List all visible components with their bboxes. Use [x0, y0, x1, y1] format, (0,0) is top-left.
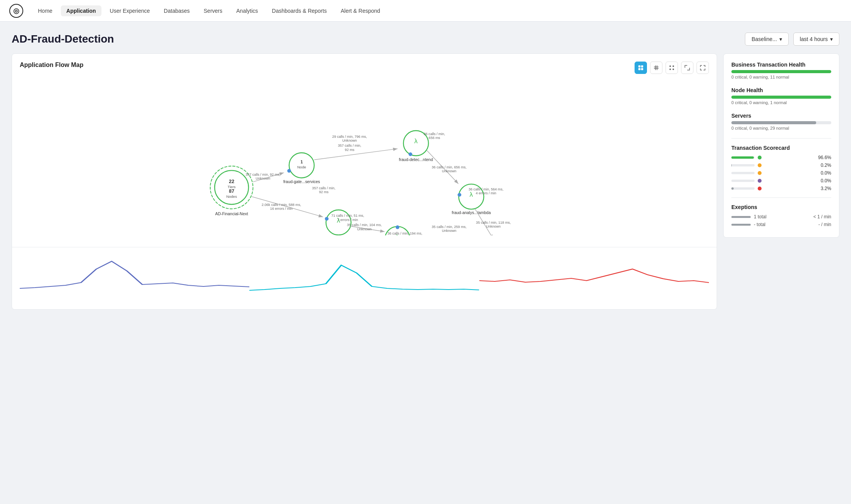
nav-alert[interactable]: Alert & Respond: [335, 5, 386, 16]
scorecard-dot-4: [758, 179, 762, 183]
chart-section: [12, 247, 717, 309]
flow-ctrl-expand[interactable]: [681, 62, 693, 74]
nav-application[interactable]: Application: [61, 5, 101, 16]
svg-text:36 calls / min,: 36 calls / min,: [424, 132, 445, 136]
node-health-bar-fill: [731, 96, 831, 99]
header-controls: Baseline... ▾ last 4 hours ▾: [745, 33, 839, 46]
node-health: Node Health 0 critical, 0 warning, 1 nor…: [731, 87, 831, 105]
expand-icon: [684, 65, 690, 71]
svg-text:4 errors / min: 4 errors / min: [476, 191, 496, 195]
nav-user-experience[interactable]: User Experience: [105, 5, 156, 16]
nav-analytics[interactable]: Analytics: [231, 5, 263, 16]
exc-rate-2: - / min: [818, 222, 831, 227]
svg-text:fraud-detec...ntend: fraud-detec...ntend: [399, 158, 433, 162]
svg-text:AD-Financial-Next: AD-Financial-Next: [215, 212, 248, 216]
transaction-scorecard: Transaction Scorecard 96.6% 0.2%: [731, 145, 831, 191]
svg-point-44: [458, 193, 462, 197]
exc-bar-2: [731, 224, 751, 226]
servers-bar-track: [731, 121, 831, 124]
svg-text:2.06k calls / min, 588 ms,: 2.06k calls / min, 588 ms,: [262, 203, 301, 207]
chevron-down-icon: ▾: [779, 36, 782, 42]
nav-servers[interactable]: Servers: [198, 5, 228, 16]
svg-text:Tiers: Tiers: [228, 185, 236, 189]
chart-response: [249, 254, 479, 303]
servers-bar-fill: [731, 121, 816, 124]
svg-text:Unknown: Unknown: [357, 227, 372, 231]
page-header: AD-Fraud-Detection Baseline... ▾ last 4 …: [12, 33, 839, 46]
svg-text:1: 1: [300, 160, 303, 164]
flow-ctrl-scatter[interactable]: [666, 62, 678, 74]
flow-map-title: Application Flow Map: [20, 62, 709, 69]
exc-total-1: 1 total: [754, 214, 767, 219]
scorecard-row-2: 0.2%: [731, 163, 831, 168]
errors-chart: [479, 254, 709, 300]
flow-ctrl-grid[interactable]: [650, 62, 662, 74]
exc-rate-1: < 1 / min: [813, 214, 831, 219]
flow-ctrl-fullscreen[interactable]: [697, 62, 709, 74]
svg-text:357 calls / min, 92 ms,: 357 calls / min, 92 ms,: [245, 173, 280, 177]
svg-text:36 calls / min, 656 ms,: 36 calls / min, 656 ms,: [432, 165, 467, 169]
svg-text:7 errors / min: 7 errors / min: [338, 218, 358, 222]
svg-point-9: [673, 65, 674, 67]
nav-databases[interactable]: Databases: [158, 5, 195, 16]
scorecard-pct-2: 0.2%: [821, 163, 831, 168]
node-health-title: Node Health: [731, 87, 831, 93]
svg-text:fraud-gate...services: fraud-gate...services: [283, 180, 320, 184]
exceptions-title: Exeptions: [731, 204, 831, 210]
fullscreen-icon: [700, 65, 706, 71]
svg-point-11: [673, 69, 674, 70]
scorecard-dot-5: [758, 187, 762, 190]
scorecard-dot-2: [758, 163, 762, 167]
svg-point-35: [408, 153, 412, 156]
scorecard-row-5: 3.2%: [731, 186, 831, 191]
svg-text:Unknown: Unknown: [256, 177, 270, 180]
svg-rect-0: [638, 65, 640, 67]
business-health: Business Transaction Health 0 critical, …: [731, 62, 831, 79]
scatter-icon: [669, 65, 675, 71]
exception-row-2: - total - / min: [731, 222, 831, 227]
chart-errors: [479, 254, 709, 303]
servers-health: Servers 0 critical, 0 warning, 29 normal: [731, 113, 831, 130]
node-health-bar-track: [731, 96, 831, 99]
left-panel: Application Flow Map: [12, 53, 717, 310]
scorecard-pct-4: 0.0%: [821, 178, 831, 183]
servers-title: Servers: [731, 113, 831, 119]
svg-point-62: [396, 225, 400, 229]
flow-map-svg-container: 22 Tiers 87 Nodes AD-Financial-Next 357 …: [20, 73, 709, 235]
network-icon: [638, 65, 644, 71]
svg-text:fraud-analys...lambda: fraud-analys...lambda: [452, 211, 491, 215]
divider-2: [731, 197, 831, 198]
grid-icon: [653, 65, 659, 71]
svg-text:Node: Node: [297, 165, 306, 169]
page-title: AD-Fraud-Detection: [12, 33, 114, 45]
scorecard-bar-1: [731, 156, 755, 159]
svg-text:656 ms: 656 ms: [429, 136, 440, 140]
scorecard-bar-3: [731, 172, 755, 174]
nav-dashboards[interactable]: Dashboards & Reports: [266, 5, 332, 16]
svg-text:87: 87: [229, 189, 234, 194]
svg-text:Unknown: Unknown: [486, 225, 501, 228]
svg-point-26: [287, 169, 291, 173]
svg-text:36 calls / min, 564 ms,: 36 calls / min, 564 ms,: [468, 187, 503, 191]
flow-ctrl-network[interactable]: [635, 62, 647, 74]
business-health-bar-track: [731, 70, 831, 73]
svg-text:35 calls / min, 118 ms,: 35 calls / min, 118 ms,: [476, 221, 511, 225]
scorecard-dot-1: [758, 156, 762, 159]
svg-rect-3: [641, 68, 643, 70]
calls-chart: [20, 254, 249, 300]
svg-line-28: [314, 149, 397, 160]
topnav: ◎ Home Application User Experience Datab…: [0, 0, 851, 22]
svg-text:35 calls / min, 259 ms,: 35 calls / min, 259 ms,: [432, 225, 467, 229]
svg-text:Unknown: Unknown: [442, 169, 456, 173]
scorecard-pct-3: 0.0%: [821, 170, 831, 176]
time-dropdown[interactable]: last 4 hours ▾: [793, 33, 839, 46]
exceptions-section: Exeptions 1 total < 1 / min - total - / …: [731, 204, 831, 227]
svg-text:92 ms: 92 ms: [345, 148, 355, 152]
chevron-down-icon: ▾: [830, 36, 833, 42]
right-panel: Business Transaction Health 0 critical, …: [723, 53, 839, 238]
nav-home[interactable]: Home: [33, 5, 58, 16]
svg-text:Nodes: Nodes: [226, 194, 237, 199]
baseline-dropdown[interactable]: Baseline... ▾: [745, 33, 788, 46]
svg-text:71 calls / min, 51 ms,: 71 calls / min, 51 ms,: [331, 214, 364, 218]
svg-text:29 calls / min, 796 ms,: 29 calls / min, 796 ms,: [332, 135, 367, 139]
